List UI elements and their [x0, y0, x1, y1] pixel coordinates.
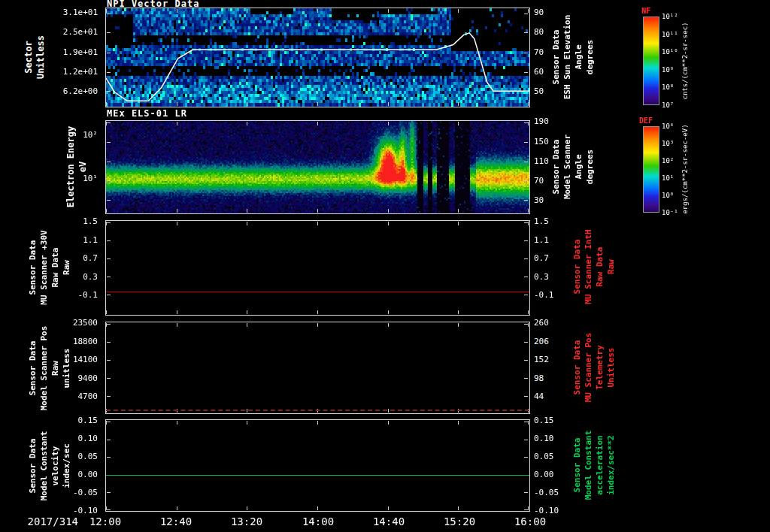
- axis-label-line: Model Constant: [38, 431, 50, 501]
- tick-mark: [528, 222, 529, 225]
- def-colorbar: [643, 126, 659, 213]
- tick-mark: [528, 122, 529, 125]
- tick-mark: [458, 421, 459, 425]
- tick-mark: [524, 72, 528, 73]
- tick-mark: [107, 240, 111, 241]
- scanner-pos-panel: [105, 322, 530, 414]
- npi-ytick: 6.2e+00: [56, 86, 98, 97]
- pos-ytick: 4700: [56, 391, 98, 402]
- tick-mark: [317, 9, 318, 13]
- tick-mark: [524, 122, 528, 123]
- axis-label-line: MU Scanner +30V: [38, 230, 50, 304]
- tick-mark: [524, 162, 528, 162]
- tick-mark: [177, 122, 177, 125]
- tick-mark: [106, 102, 107, 106]
- npi-spectrogram-panel: [105, 8, 530, 107]
- tick-mark: [317, 209, 318, 213]
- tick-mark: [524, 422, 528, 422]
- vel-ytick: 0.00: [56, 470, 98, 480]
- pos-right-tick: 44: [534, 391, 568, 402]
- axis-label-line: Sensor Data: [550, 30, 562, 85]
- axis-label-line: eV: [77, 162, 89, 172]
- tick-mark: [458, 323, 459, 327]
- mu-ytick: 1.5: [56, 216, 98, 227]
- tick-mark: [107, 324, 111, 325]
- axis-label-line: Sensor Data: [571, 240, 583, 295]
- axis-label-line: Sensor Data: [550, 140, 562, 195]
- tick-mark: [107, 457, 111, 458]
- tick-mark: [106, 209, 107, 213]
- tick-mark: [107, 53, 111, 53]
- x-axis-tick: 16:00: [506, 515, 554, 527]
- npi-ytick: 3.1e+01: [56, 8, 98, 18]
- mu-right-tick: 1.1: [534, 235, 568, 246]
- tick-mark: [388, 310, 389, 314]
- tick-mark: [388, 122, 389, 125]
- tick-mark: [317, 310, 318, 314]
- x-axis-tick: 14:00: [294, 515, 342, 527]
- tick-mark: [107, 91, 111, 92]
- pos-ytick: 18800: [56, 337, 98, 347]
- nf-colorbar-title: NF: [641, 7, 650, 15]
- vel-right-tick: -0.10: [534, 506, 568, 516]
- pos-right-tick: 206: [534, 337, 568, 347]
- scanner-pos-right-axis-label: Sensor Data MU Scanner Pos Telemetry Uni…: [571, 315, 617, 420]
- tick-mark: [107, 422, 111, 422]
- vel-ytick: -0.10: [56, 506, 98, 516]
- tick-mark: [458, 9, 459, 13]
- tick-mark: [524, 53, 528, 53]
- tick-mark: [177, 421, 177, 425]
- axis-label-line: ESH Sun Elevation: [562, 15, 573, 100]
- tick-mark: [528, 102, 529, 106]
- tick-mark: [524, 360, 528, 361]
- tick-mark: [524, 295, 528, 295]
- tick-mark: [524, 258, 528, 259]
- axis-label-line: Angle: [573, 44, 584, 69]
- tick-mark: [177, 209, 177, 213]
- els-left-axis-label: Electron Energy eV: [65, 110, 89, 223]
- tick-mark: [317, 122, 318, 125]
- tick-mark: [107, 180, 111, 181]
- tick-mark: [177, 222, 177, 225]
- vel-ytick: 0.15: [56, 416, 98, 426]
- axis-label-line: Sensor Data: [27, 439, 38, 494]
- vel-ytick: 0.05: [56, 452, 98, 462]
- vel-right-tick: 0.05: [534, 452, 568, 462]
- def-colorbar-unit: ergs/(cm**2-sr-sec-eV): [680, 113, 690, 225]
- tick-mark: [524, 492, 528, 493]
- mu-right-tick: 0.7: [534, 253, 568, 264]
- tick-mark: [388, 222, 389, 225]
- tick-mark: [107, 342, 111, 343]
- tick-mark: [388, 209, 389, 213]
- vel-right-tick: 0.15: [534, 416, 568, 426]
- tick-mark: [247, 102, 247, 106]
- tick-mark: [524, 378, 528, 379]
- axis-label-line: degrees: [584, 150, 596, 184]
- mu-right-tick: 1.5: [534, 216, 568, 227]
- tick-mark: [247, 209, 247, 213]
- tick-mark: [107, 162, 111, 162]
- mu-ytick: 0.3: [56, 272, 98, 283]
- tick-mark: [107, 142, 111, 143]
- mu-right-tick: 0.3: [534, 272, 568, 283]
- axis-label-line: MU Scanner Pos: [583, 333, 594, 403]
- tick-mark: [247, 9, 247, 13]
- sun-elevation-line: [106, 33, 529, 101]
- axis-label-line: MU Scanner IntH: [583, 229, 594, 304]
- tick-mark: [388, 9, 389, 13]
- tick-mark: [107, 32, 111, 33]
- tick-mark: [247, 122, 247, 125]
- tick-mark: [458, 102, 459, 106]
- velocity-line: [106, 475, 529, 476]
- tick-mark: [177, 102, 177, 106]
- mu-ytick: 0.7: [56, 253, 98, 264]
- scanner-pos-line: [106, 410, 529, 411]
- tick-mark: [107, 14, 111, 14]
- axis-label-line: Unitless: [605, 348, 617, 388]
- axis-label-line: Telemetry: [594, 345, 605, 390]
- velocity-left-axis-label: Sensor Data Model Constant velocity inde…: [27, 413, 72, 518]
- axis-label-line: acceleration: [594, 435, 605, 494]
- npi-ytick: 1.9e+01: [56, 47, 98, 58]
- tick-mark: [106, 310, 107, 314]
- tick-mark: [177, 310, 177, 314]
